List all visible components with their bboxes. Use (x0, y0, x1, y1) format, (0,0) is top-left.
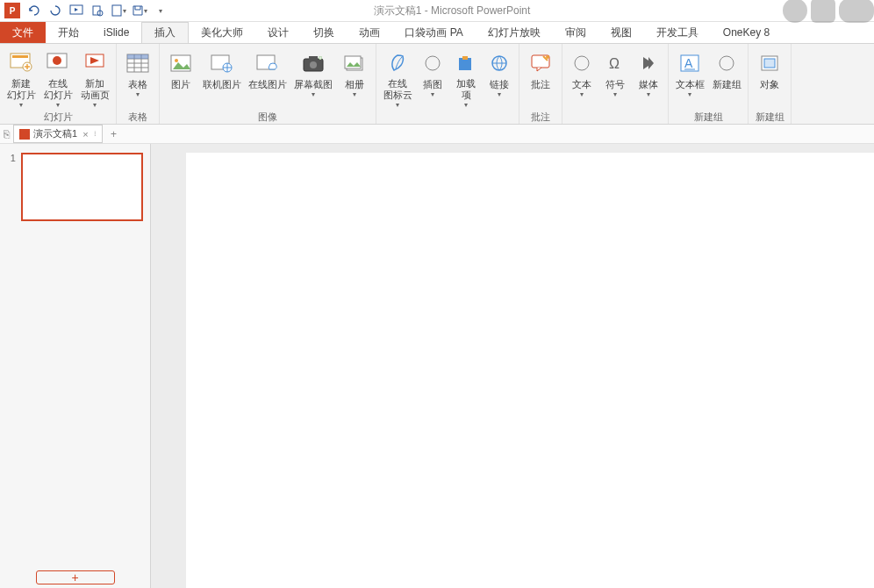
screenshot-button[interactable]: 屏幕截图 ▾ (291, 47, 335, 109)
group-text-label (562, 109, 668, 124)
tab-slideshow[interactable]: 幻灯片放映 (476, 22, 553, 43)
text-button[interactable]: 文本 ▾ (566, 47, 598, 109)
document-tab[interactable]: 演示文稿1 × ⁞ (13, 125, 103, 143)
new-slide-button[interactable]: 新建幻灯片 ▾ (4, 47, 39, 109)
slide-number: 1 (7, 153, 16, 221)
redo-button[interactable] (46, 1, 65, 20)
thumbnail-row[interactable]: 1 (7, 153, 143, 221)
tab-pocket-anim[interactable]: 口袋动画 PA (392, 22, 475, 43)
text-icon (568, 49, 596, 77)
newgroup-button[interactable]: 新建组 (709, 47, 744, 109)
newgroup-icon (713, 49, 741, 77)
svg-point-18 (310, 61, 317, 68)
tab-home[interactable]: 开始 (46, 22, 91, 43)
svg-rect-5 (12, 55, 28, 58)
addin-icon (452, 49, 480, 76)
group-comments-label: 批注 (519, 109, 562, 126)
online-slide-icon (44, 49, 72, 76)
media-button[interactable]: 媒体 ▾ (633, 47, 664, 109)
add-slide-button[interactable]: + (36, 570, 115, 584)
leaf-icon (383, 49, 412, 76)
album-label: 相册 (345, 79, 364, 90)
pin-icon[interactable]: ⎘ (4, 128, 10, 140)
tab-menu-icon[interactable]: ⁞ (94, 130, 97, 138)
group-newgroup2-label: 新建组 (749, 109, 791, 126)
tab-transitions[interactable]: 切换 (301, 22, 347, 43)
slide-canvas[interactable] (186, 153, 874, 588)
tab-view[interactable]: 视图 (598, 22, 644, 43)
group-illustrations: 在线图标云 ▾ 插图 ▾ 加载项 ▾ 链接 ▾ (376, 44, 519, 124)
tab-design[interactable]: 设计 (255, 22, 301, 43)
icon-cloud-label: 在线图标云 (383, 78, 412, 101)
tab-file[interactable]: 文件 (0, 22, 46, 43)
comment-label: 批注 (531, 79, 550, 90)
svg-rect-35 (764, 59, 775, 68)
tab-onekey[interactable]: OneKey 8 (711, 22, 782, 43)
table-label: 表格 (128, 79, 147, 90)
quick-access-toolbar: ▾ ▾ ▾ (25, 1, 170, 20)
add-document-tab-button[interactable]: + (106, 126, 122, 142)
picture-button[interactable]: 图片 (163, 47, 198, 109)
object-button[interactable]: 对象 (752, 47, 787, 109)
svg-rect-25 (462, 56, 468, 60)
close-tab-button[interactable]: × (81, 129, 90, 140)
start-from-beginning-button[interactable] (67, 1, 86, 20)
undo-button[interactable] (25, 1, 44, 20)
addon-page-icon (81, 49, 109, 76)
newgroup-label: 新建组 (713, 79, 741, 90)
svg-rect-3 (112, 5, 121, 16)
addin-button[interactable]: 加载项 ▾ (450, 47, 482, 109)
svg-point-29 (575, 56, 589, 70)
tab-animations[interactable]: 动画 (347, 22, 392, 43)
web-picture-label: 在线图片 (248, 79, 287, 90)
save-button[interactable]: ▾ (130, 1, 149, 20)
illustration-label: 插图 (423, 79, 442, 90)
print-preview-button[interactable] (88, 1, 107, 20)
web-picture-button[interactable]: 在线图片 (246, 47, 290, 109)
group-slides-label: 幻灯片 (0, 109, 116, 126)
link-button[interactable]: 链接 ▾ (484, 47, 515, 109)
group-images-label: 图像 (160, 109, 376, 126)
symbol-button[interactable]: Ω 符号 ▾ (599, 47, 631, 109)
picture-label: 图片 (171, 79, 190, 90)
media-label: 媒体 (639, 79, 658, 90)
powerpoint-icon: P (4, 3, 20, 18)
svg-point-8 (53, 56, 61, 65)
tab-insert[interactable]: 插入 (141, 22, 189, 43)
svg-rect-11 (127, 54, 148, 59)
object-icon (756, 49, 784, 77)
tab-beautify[interactable]: 美化大师 (189, 22, 255, 43)
tab-developer[interactable]: 开发工具 (644, 22, 711, 43)
illustration-button[interactable]: 插图 ▾ (417, 47, 448, 109)
qat-customize-button[interactable]: ▾ (151, 1, 170, 20)
album-button[interactable]: 相册 ▾ (337, 47, 372, 109)
addon-page-button[interactable]: 新加动画页 ▾ (77, 47, 112, 109)
svg-text:Ω: Ω (609, 56, 620, 71)
svg-text:A: A (684, 56, 693, 70)
online-picture-label: 联机图片 (203, 79, 241, 90)
ribbon-tabs: 文件 开始 iSlide 插入 美化大师 设计 切换 动画 口袋动画 PA 幻灯… (0, 22, 874, 44)
media-icon (634, 49, 663, 77)
new-slide-icon (7, 49, 35, 76)
table-button[interactable]: 表格 ▾ (120, 47, 155, 109)
svg-point-28 (546, 55, 549, 59)
icon-cloud-button[interactable]: 在线图标云 ▾ (380, 47, 415, 109)
tab-review[interactable]: 审阅 (553, 22, 598, 43)
addon-page-label: 新加动画页 (81, 78, 110, 101)
object-label: 对象 (760, 79, 779, 90)
new-slide-label: 新建幻灯片 (7, 78, 36, 101)
online-slide-button[interactable]: 在线幻灯片 ▾ (40, 47, 75, 109)
new-file-button[interactable]: ▾ (109, 1, 128, 20)
comment-button[interactable]: 批注 (523, 47, 558, 109)
group-text: 文本 ▾ Ω 符号 ▾ 媒体 ▾ (562, 44, 669, 124)
online-picture-button[interactable]: 联机图片 (200, 47, 244, 109)
svg-rect-24 (459, 58, 471, 70)
slide-thumbnail[interactable] (21, 153, 143, 221)
svg-rect-19 (309, 56, 318, 60)
tab-islide[interactable]: iSlide (91, 22, 141, 43)
textbox-button[interactable]: A 文本框 ▾ (672, 47, 707, 109)
screenshot-label: 屏幕截图 (294, 79, 333, 90)
symbol-label: 符号 (605, 79, 625, 90)
symbol-icon: Ω (601, 49, 629, 77)
link-label: 链接 (490, 79, 509, 90)
